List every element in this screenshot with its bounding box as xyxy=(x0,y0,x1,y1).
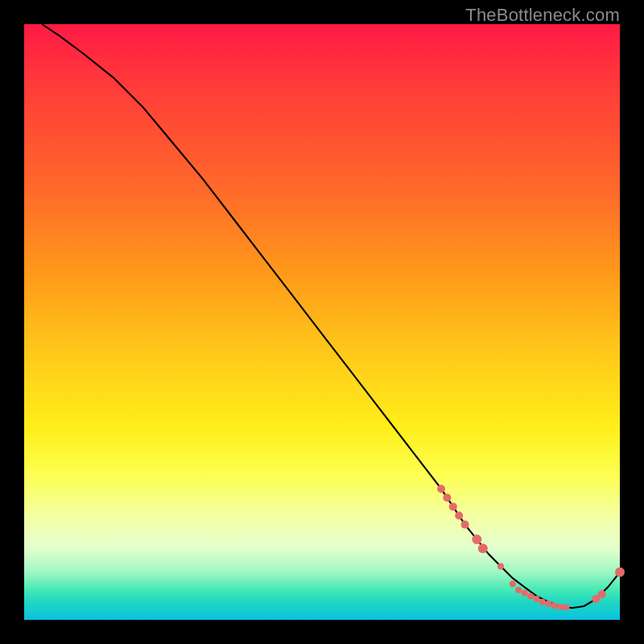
data-point xyxy=(522,590,528,597)
data-point xyxy=(615,568,625,577)
chart-svg xyxy=(24,24,620,620)
plot-area xyxy=(24,24,620,620)
data-point xyxy=(510,581,516,588)
data-point xyxy=(563,604,569,610)
data-point xyxy=(533,596,539,602)
data-point xyxy=(472,535,481,544)
data-point xyxy=(461,521,469,529)
data-point xyxy=(539,599,546,605)
bottleneck-curve xyxy=(42,24,620,608)
data-point xyxy=(449,502,457,510)
data-point xyxy=(478,543,488,553)
data-point xyxy=(527,592,534,599)
data-point xyxy=(437,485,445,493)
watermark-text: TheBottleneck.com xyxy=(465,5,620,26)
data-point xyxy=(551,602,558,609)
data-point xyxy=(557,604,564,610)
data-point xyxy=(545,601,551,607)
data-point xyxy=(598,590,606,598)
data-point xyxy=(497,563,504,569)
chart-frame: TheBottleneck.com xyxy=(0,0,644,644)
data-point xyxy=(515,587,522,593)
data-point xyxy=(443,493,451,502)
data-point xyxy=(455,512,463,520)
